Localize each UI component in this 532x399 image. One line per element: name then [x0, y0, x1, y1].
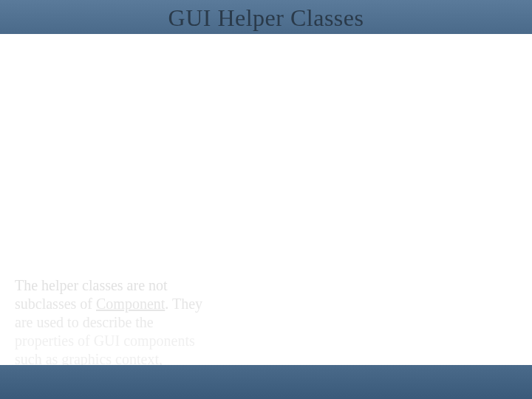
paragraph-line-2b: . They: [165, 296, 202, 312]
paragraph-line-1: The helper classes are not: [15, 277, 168, 293]
footer-band: [0, 365, 532, 399]
paragraph-line-3: are used to describe the: [15, 314, 154, 330]
slide-body: The helper classes are not subclasses of…: [0, 34, 532, 365]
slide-title: GUI Helper Classes: [0, 4, 532, 32]
paragraph-line-2a: subclasses of: [15, 296, 96, 312]
paragraph-component-word: Component: [96, 296, 165, 312]
paragraph-line-4: properties of GUI components: [15, 332, 195, 349]
